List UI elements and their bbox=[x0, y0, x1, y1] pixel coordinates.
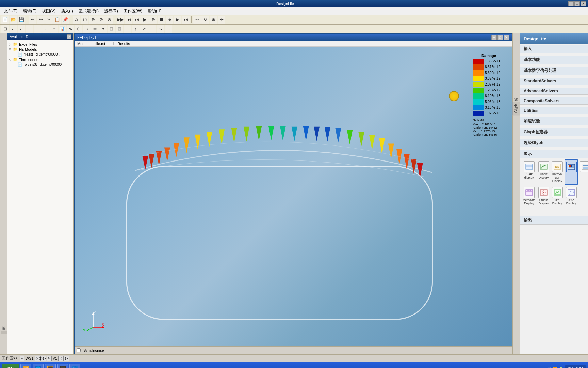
tb2-grid[interactable]: ⊞ bbox=[1, 25, 9, 33]
menu-interactive[interactable]: 互式运行(I) bbox=[76, 7, 101, 15]
v-next-btn[interactable]: ▷ bbox=[64, 356, 69, 361]
label-output[interactable]: 输出 bbox=[520, 216, 588, 225]
tb2-r1[interactable]: ↑ bbox=[132, 25, 140, 33]
icon-audit-display[interactable]: Auditdisplay bbox=[522, 159, 537, 185]
tb2-r5[interactable]: → bbox=[165, 25, 172, 33]
label-signal[interactable]: 基本数字信号处理 bbox=[520, 67, 588, 75]
tree-close-btn[interactable]: ✕ bbox=[67, 34, 71, 39]
label-utilities[interactable]: Utilities bbox=[520, 107, 588, 114]
tb-back[interactable]: ⏮ bbox=[166, 16, 173, 24]
v-prev-btn[interactable]: ◁ bbox=[58, 356, 64, 361]
taskbar-app-1[interactable]: 🌐 bbox=[33, 364, 44, 368]
fedisplay-max-btn[interactable]: □ bbox=[497, 35, 503, 40]
tb2-l2[interactable]: ⌐ bbox=[18, 25, 25, 33]
tb-play[interactable]: ▶ bbox=[141, 16, 149, 24]
tb-paste[interactable]: 📌 bbox=[62, 16, 69, 24]
menu-edit[interactable]: 编辑(E) bbox=[20, 7, 39, 15]
icon-chart-display[interactable]: ChartDisplay bbox=[537, 159, 550, 185]
fedisplay-min-btn[interactable]: ─ bbox=[491, 35, 497, 40]
icon-metadata-display[interactable]: META MetadataDisplay bbox=[522, 185, 537, 207]
tb2-r2[interactable]: ↗ bbox=[140, 25, 148, 33]
tb-cursor[interactable]: ⊹ bbox=[193, 16, 201, 24]
tb-new[interactable]: 📄 bbox=[1, 16, 9, 24]
label-display[interactable]: 显示 bbox=[520, 150, 588, 158]
tb-nav1[interactable]: ▶▶ bbox=[117, 16, 124, 24]
ws-fwd-btn[interactable]: ▷▷ bbox=[40, 356, 46, 361]
left-tab-1[interactable]: 可供使用的数据 bbox=[1, 331, 7, 334]
tb2-left[interactable]: ← bbox=[124, 25, 131, 33]
label-composite[interactable]: CompositeSolvers bbox=[520, 97, 588, 105]
tb-b4[interactable]: ⊙ bbox=[105, 16, 113, 24]
tb2-l1[interactable]: ⌐ bbox=[10, 25, 17, 33]
tb-stop[interactable]: ⏹ bbox=[158, 16, 165, 24]
label-standard[interactable]: StandardSolvers bbox=[520, 78, 588, 85]
ws-back-btn[interactable]: ◁◁ bbox=[35, 356, 40, 361]
tb-pan[interactable]: ✛ bbox=[218, 16, 225, 24]
tree-item-time-series[interactable]: ▽ 📁 Time series bbox=[9, 57, 72, 62]
icon-xyz-display[interactable]: Z Y XYZDisplay bbox=[565, 185, 578, 207]
tb-redo[interactable]: ↪ bbox=[37, 16, 45, 24]
menu-workspace[interactable]: 工作区(W) bbox=[121, 7, 145, 15]
fedisplay-3d-view[interactable]: Damage 1.363e-11 8.516e-12 5.320e-12 bbox=[75, 47, 512, 346]
v-indicator[interactable]: ▷ bbox=[47, 356, 52, 361]
tb-b1[interactable]: ⬡ bbox=[81, 16, 88, 24]
tb2-l6[interactable]: ↕ bbox=[50, 25, 58, 33]
tree-item-excel[interactable]: ▷ 📁 Excel Files bbox=[9, 42, 72, 47]
tb2-star[interactable]: ✦ bbox=[99, 25, 107, 33]
tree-item-force[interactable]: 📄 force.s3t - d:\temp\00000 bbox=[9, 62, 72, 67]
label-basic[interactable]: 基本功能 bbox=[520, 56, 588, 64]
tb-cut[interactable]: ✂ bbox=[45, 16, 53, 24]
tb-rotate[interactable]: ↻ bbox=[201, 16, 209, 24]
minimize-button[interactable]: ─ bbox=[568, 1, 574, 6]
tb2-l5[interactable]: ⌐ bbox=[42, 25, 50, 33]
tb2-node[interactable]: ⊡ bbox=[108, 25, 115, 33]
tb-open[interactable]: 📂 bbox=[10, 16, 17, 24]
taskbar-app-3[interactable]: ⬛ bbox=[57, 364, 68, 368]
menu-file[interactable]: 文件(F) bbox=[1, 7, 20, 15]
tb-save[interactable]: 💾 bbox=[18, 16, 25, 24]
label-accel[interactable]: 加速试验 bbox=[520, 117, 588, 125]
glyph-tab[interactable]: Glyph显示 bbox=[512, 102, 520, 115]
maximize-button[interactable]: □ bbox=[574, 1, 580, 6]
start-button[interactable]: 开始 bbox=[2, 364, 19, 368]
tb2-r3[interactable]: ↓ bbox=[148, 25, 156, 33]
icon-xy-display[interactable]: XYDisplay bbox=[551, 185, 564, 207]
tb2-arrow2[interactable]: ⇒ bbox=[91, 25, 99, 33]
label-superglyph[interactable]: 超级Glyph bbox=[520, 139, 588, 147]
icon-extra-display[interactable] bbox=[579, 159, 588, 185]
tb-zoom[interactable]: ⊕ bbox=[210, 16, 217, 24]
icon-studio-display[interactable]: StudioDisplay bbox=[537, 185, 550, 207]
label-input[interactable]: 输入 bbox=[520, 45, 588, 53]
label-advanced[interactable]: AdvancedSolvers bbox=[520, 88, 588, 95]
tb2-node2[interactable]: ⊠ bbox=[116, 25, 123, 33]
tb2-l3[interactable]: ⌐ bbox=[26, 25, 33, 33]
ws-indicator[interactable]: ● bbox=[20, 356, 24, 361]
tb-b2[interactable]: ⊕ bbox=[89, 16, 97, 24]
tb-fwd[interactable]: ▶ bbox=[174, 16, 181, 24]
taskbar-app-0[interactable]: 📁 bbox=[20, 364, 31, 368]
icon-dataval-display[interactable]: 123 DataValuerDisplay bbox=[551, 159, 564, 185]
tb2-l4[interactable]: ⌐ bbox=[34, 25, 42, 33]
label-glyph[interactable]: Glyph创建器 bbox=[520, 128, 588, 136]
close-button[interactable]: ✕ bbox=[581, 1, 586, 6]
tb-end[interactable]: ⏭ bbox=[182, 16, 190, 24]
tb-undo[interactable]: ↩ bbox=[29, 16, 36, 24]
tb2-circ[interactable]: ⊙ bbox=[75, 25, 82, 33]
tree-item-fe-models[interactable]: ▽ 📁 FE Models bbox=[9, 47, 72, 52]
menu-view[interactable]: 视图(V) bbox=[39, 7, 58, 15]
tb2-r4[interactable]: ↘ bbox=[157, 25, 164, 33]
tb-b3[interactable]: ⊗ bbox=[97, 16, 105, 24]
tb-nav2[interactable]: ⏮ bbox=[125, 16, 132, 24]
taskbar-app-4[interactable]: 🔵 bbox=[69, 364, 80, 368]
tb-plus[interactable]: ⊕ bbox=[149, 16, 157, 24]
menu-help[interactable]: 帮助(H) bbox=[145, 7, 164, 15]
tb-nav3[interactable]: ⏭ bbox=[133, 16, 141, 24]
tb-print[interactable]: 🖨 bbox=[73, 16, 80, 24]
tb2-arrow1[interactable]: → bbox=[83, 25, 91, 33]
tb-copy[interactable]: 📋 bbox=[53, 16, 61, 24]
sync-checkbox[interactable] bbox=[77, 348, 81, 352]
menu-run[interactable]: 运行(R) bbox=[101, 7, 121, 15]
fedisplay-close-btn[interactable]: ✕ bbox=[504, 35, 509, 40]
taskbar-app-2[interactable]: ⬛ bbox=[45, 364, 56, 368]
tree-item-file-rst[interactable]: 📄 file.rst - d:\temp\00000 ... bbox=[9, 52, 72, 57]
